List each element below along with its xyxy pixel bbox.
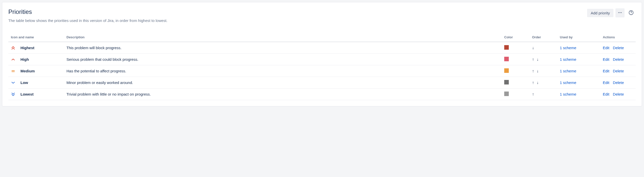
actions-cell: Edit Delete	[603, 46, 633, 50]
priority-name: Low	[20, 80, 28, 85]
page-subtitle: The table below shows the priorities use…	[8, 18, 587, 23]
priority-description: Minor problem or easily worked around.	[64, 77, 502, 88]
page-header: Priorities The table below shows the pri…	[8, 8, 636, 23]
arrow-up-icon: ↑	[532, 80, 534, 85]
arrow-up-icon: ↑	[532, 69, 534, 73]
table-row: Medium Has the potential to affect progr…	[8, 65, 636, 77]
col-header-color: Color	[502, 33, 530, 42]
col-header-icon-name: Icon and name	[8, 33, 64, 42]
color-swatch	[504, 80, 509, 84]
delete-link[interactable]: Delete	[613, 69, 624, 73]
actions-cell: Edit Delete	[603, 57, 633, 62]
move-up-button[interactable]: ↑	[532, 92, 534, 96]
color-swatch	[504, 45, 509, 50]
priority-name: Lowest	[20, 92, 34, 96]
page-title: Priorities	[8, 8, 587, 15]
priority-name: High	[20, 57, 29, 62]
header-actions: Add priority	[587, 8, 636, 17]
priority-description: Has the potential to affect progress.	[64, 65, 502, 77]
color-swatch	[504, 57, 509, 61]
svg-point-1	[620, 12, 620, 13]
move-down-button[interactable]: ↓	[537, 69, 539, 73]
edit-link[interactable]: Edit	[603, 46, 609, 50]
edit-link[interactable]: Edit	[603, 80, 609, 85]
priority-lowest-icon	[11, 92, 15, 97]
edit-link[interactable]: Edit	[603, 69, 609, 73]
add-priority-button[interactable]: Add priority	[587, 9, 613, 17]
arrow-up-icon: ↑	[532, 92, 534, 96]
move-up-button[interactable]: ↑	[532, 69, 534, 73]
delete-link[interactable]: Delete	[613, 57, 624, 62]
table-row: Low Minor problem or easily worked aroun…	[8, 77, 636, 88]
edit-link[interactable]: Edit	[603, 92, 609, 96]
priority-description: This problem will block progress.	[64, 42, 502, 54]
used-by-link[interactable]: 1 scheme	[560, 80, 576, 85]
header-text: Priorities The table below shows the pri…	[8, 8, 587, 23]
order-cell: ↑↓	[532, 57, 555, 62]
priority-low-icon	[11, 80, 15, 85]
col-header-description: Description	[64, 33, 502, 42]
priority-name: Highest	[20, 46, 34, 50]
priorities-table: Icon and name Description Color Order Us…	[8, 33, 636, 100]
order-cell: ↓	[532, 46, 555, 50]
move-down-button[interactable]: ↓	[532, 46, 534, 50]
arrow-down-icon: ↓	[532, 46, 534, 50]
priorities-panel: Priorities The table below shows the pri…	[2, 2, 642, 106]
used-by-link[interactable]: 1 scheme	[560, 69, 576, 73]
svg-point-4	[631, 13, 631, 14]
priority-description: Serious problem that could block progres…	[64, 54, 502, 65]
more-actions-button[interactable]	[615, 8, 625, 17]
icon-name-cell: Lowest	[11, 92, 61, 97]
arrow-down-icon: ↓	[537, 69, 539, 73]
color-swatch	[504, 92, 509, 96]
table-row: High Serious problem that could block pr…	[8, 54, 636, 65]
actions-cell: Edit Delete	[603, 69, 633, 73]
table-row: Highest This problem will block progress…	[8, 42, 636, 54]
col-header-used-by: Used by	[557, 33, 600, 42]
move-up-button[interactable]: ↑	[532, 81, 534, 85]
priority-high-icon	[11, 57, 15, 62]
help-icon	[629, 10, 634, 16]
arrow-up-icon: ↑	[532, 57, 534, 62]
svg-point-2	[621, 12, 622, 13]
icon-name-cell: Medium	[11, 69, 61, 73]
icon-name-cell: Low	[11, 80, 61, 85]
order-cell: ↑	[532, 92, 555, 96]
priority-name: Medium	[20, 69, 35, 73]
help-button[interactable]	[627, 8, 636, 17]
col-header-actions: Actions	[600, 33, 636, 42]
used-by-link[interactable]: 1 scheme	[560, 57, 576, 62]
order-cell: ↑↓	[532, 69, 555, 73]
col-header-order: Order	[530, 33, 557, 42]
icon-name-cell: Highest	[11, 46, 61, 50]
used-by-link[interactable]: 1 scheme	[560, 46, 576, 50]
arrow-down-icon: ↓	[537, 80, 539, 85]
move-up-button[interactable]: ↑	[532, 57, 534, 62]
arrow-down-icon: ↓	[537, 57, 539, 62]
move-down-button[interactable]: ↓	[537, 57, 539, 62]
icon-name-cell: High	[11, 57, 61, 62]
svg-point-0	[618, 12, 619, 13]
more-icon	[618, 10, 622, 16]
actions-cell: Edit Delete	[603, 92, 633, 96]
priority-highest-icon	[11, 46, 15, 50]
delete-link[interactable]: Delete	[613, 80, 624, 85]
move-down-button[interactable]: ↓	[537, 81, 539, 85]
table-header-row: Icon and name Description Color Order Us…	[8, 33, 636, 42]
delete-link[interactable]: Delete	[613, 92, 624, 96]
edit-link[interactable]: Edit	[603, 57, 609, 62]
table-row: Lowest Trivial problem with little or no…	[8, 88, 636, 100]
priority-medium-icon	[11, 69, 15, 73]
delete-link[interactable]: Delete	[613, 46, 624, 50]
used-by-link[interactable]: 1 scheme	[560, 92, 576, 96]
order-cell: ↑↓	[532, 81, 555, 85]
priority-description: Trivial problem with little or no impact…	[64, 88, 502, 100]
actions-cell: Edit Delete	[603, 80, 633, 85]
color-swatch	[504, 68, 509, 73]
